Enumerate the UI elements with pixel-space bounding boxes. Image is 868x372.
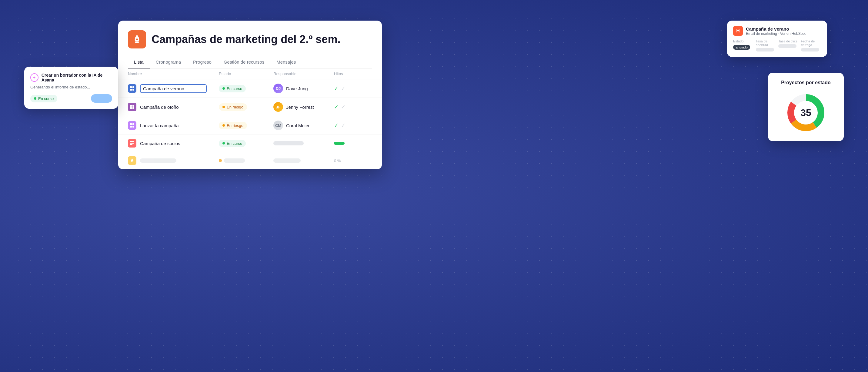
milestone-cell-3: ✓ ✓ (334, 122, 370, 129)
milestone-cell-2: ✓ ✓ (334, 104, 370, 110)
check-icon-1b: ✓ (341, 85, 345, 92)
project-title: Campañas de marketing del 2.º sem. (152, 33, 340, 46)
ai-status-badge: En curso (30, 95, 57, 102)
svg-rect-14 (130, 144, 132, 145)
status-cell-5 (219, 158, 273, 163)
name-blurred-5 (140, 159, 176, 163)
hubspot-metrics: Estado Enviado Tasa de apertura Tasa de … (733, 39, 821, 52)
task-name-cell (128, 84, 219, 93)
main-project-card: Campañas de marketing del 2.º sem. Lista… (118, 21, 382, 169)
check-icon-2: ✓ (334, 104, 339, 110)
status-dot-4 (222, 142, 225, 144)
avatar-coral: CM (273, 121, 283, 130)
assignee-cell-4 (273, 141, 334, 145)
project-title-row: Campañas de marketing del 2.º sem. (128, 30, 372, 48)
hubspot-metric-clics: Tasa de clics (778, 39, 799, 52)
fecha-blurred (801, 48, 819, 52)
assignee-cell-5 (273, 159, 334, 163)
ai-card-subtitle: Generando el informe de estado... (30, 85, 112, 89)
donut-chart-wrapper: 35 (785, 92, 827, 134)
donut-center-number: 35 (800, 107, 811, 119)
svg-rect-0 (130, 86, 132, 88)
tab-progreso[interactable]: Progreso (187, 56, 218, 68)
svg-rect-8 (130, 123, 132, 125)
grid-icon (130, 86, 134, 91)
status-dot-1 (222, 87, 225, 90)
donut-card-title: Proyectos por estado (775, 80, 836, 86)
tab-lista[interactable]: Lista (128, 56, 150, 68)
status-bar-5 (224, 159, 245, 163)
apertura-blurred (756, 48, 774, 52)
svg-rect-10 (130, 126, 132, 128)
hubspot-metric-fecha: Fecha de entrega (801, 39, 821, 52)
status-badge-yellow-3: En riesgo (219, 122, 247, 129)
donut-chart-card: Proyectos por estado 35 (768, 73, 844, 141)
status-badge-green-1: En curso (219, 85, 246, 92)
svg-rect-9 (132, 123, 134, 125)
hubspot-estado-label: Estado (733, 39, 753, 43)
task-name-input-summer[interactable] (140, 84, 207, 93)
tab-cronograma[interactable]: Cronograma (150, 56, 187, 68)
hubspot-title-group: Campaña de verano Email de marketing · V… (746, 26, 806, 36)
col-header-nombre: Nombre (128, 71, 219, 76)
status-cell-4: En curso (219, 140, 273, 147)
hubspot-card-subtitle: Email de marketing · Ver en HubSpot (746, 32, 806, 36)
check-icon-2b: ✓ (341, 104, 345, 110)
status-badge-yellow-2: En riesgo (219, 103, 247, 111)
task-name-3: Lanzar la campaña (140, 123, 179, 128)
svg-rect-1 (132, 86, 134, 88)
assignee-name-3: Coral Meier (286, 123, 310, 128)
svg-rect-11 (132, 126, 134, 128)
milestone-cell-1: ✓ ✓ (334, 85, 370, 92)
project-icon (128, 30, 146, 48)
task-table: Nombre Estado Responsable Hitos (118, 68, 382, 169)
ai-action-button[interactable] (91, 94, 112, 103)
status-label-4: En curso (227, 141, 242, 146)
col-header-estado: Estado (219, 71, 273, 76)
status-dot-2 (222, 106, 225, 108)
assignee-name-2: Jenny Forrest (286, 104, 314, 110)
check-icon-3: ✓ (334, 122, 339, 129)
ai-sparkle-icon: ✦ (32, 75, 36, 80)
assignee-name-1: Dave Jung (286, 86, 308, 91)
tabs-row: Lista Cronograma Progreso Gestión de rec… (128, 56, 372, 68)
col-header-hitos: Hitos (334, 71, 370, 76)
ai-card-title: Crear un borrador con la IA de Asana (41, 73, 112, 82)
grid-icon-2 (130, 104, 134, 109)
tab-gestion[interactable]: Gestión de recursos (218, 56, 270, 68)
assignee-cell-3: CM Coral Meier (273, 121, 334, 130)
hubspot-card: H Campaña de verano Email de marketing ·… (727, 21, 827, 57)
task-name-cell-5 (128, 156, 219, 165)
task-name-cell-3: Lanzar la campaña (128, 121, 219, 130)
task-name-4: Campaña de socios (140, 141, 180, 146)
svg-rect-6 (130, 107, 132, 109)
table-row: 0 % (118, 152, 382, 169)
rocket-icon (131, 34, 143, 45)
assignee-cell-2: JF Jenny Forrest (273, 102, 334, 112)
ai-status-row: En curso (30, 94, 112, 103)
status-label-2: En riesgo (227, 105, 243, 109)
check-icon-1: ✓ (334, 85, 339, 92)
grid-icon-4 (130, 141, 134, 146)
status-cell-3: En riesgo (219, 122, 273, 129)
ai-draft-card: ✦ Crear un borrador con la IA de Asana G… (24, 67, 118, 109)
status-cell-2: En riesgo (219, 103, 273, 111)
avatar-jenny: JF (273, 102, 283, 112)
tab-mensajes[interactable]: Mensajes (270, 56, 302, 68)
task-icon-launch (128, 121, 136, 130)
table-row: Campaña de socios En curso (118, 135, 382, 152)
task-icon-summer (128, 84, 136, 93)
table-header: Nombre Estado Responsable Hitos (118, 68, 382, 79)
hubspot-apertura-label: Tasa de apertura (756, 39, 776, 47)
main-card-header: Campañas de marketing del 2.º sem. Lista… (118, 21, 382, 68)
svg-rect-2 (130, 89, 132, 91)
hubspot-sent-badge: Enviado (733, 45, 750, 50)
task-name-cell-4: Campaña de socios (128, 139, 219, 147)
hubspot-card-title: Campaña de verano (746, 26, 806, 32)
status-cell-1: En curso (219, 85, 273, 92)
hubspot-clics-label: Tasa de clics (778, 39, 799, 43)
task-icon-autumn (128, 103, 136, 111)
assignee-blurred-4 (273, 141, 304, 145)
grid-icon-3 (130, 123, 134, 128)
check-icon-3b: ✓ (341, 122, 345, 129)
